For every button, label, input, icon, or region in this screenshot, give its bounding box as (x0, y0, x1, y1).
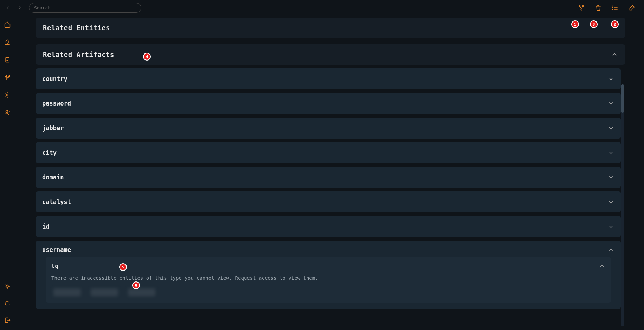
marker-6: 6 (132, 281, 140, 289)
artifact-row-jabber[interactable]: jabber (36, 118, 621, 139)
artifact-label: city (42, 149, 57, 156)
gear-icon[interactable] (4, 91, 11, 99)
svg-rect-8 (8, 75, 10, 76)
artifact-list: country password jabber city domain cata… (36, 68, 625, 309)
top-actions (578, 4, 640, 11)
chevron-down-icon[interactable] (607, 125, 614, 132)
svg-point-4 (613, 7, 613, 8)
home-icon[interactable] (4, 21, 11, 28)
svg-point-12 (6, 285, 9, 288)
artifact-label: id (42, 223, 49, 230)
related-artifacts-section[interactable]: Related Artifacts (36, 44, 625, 65)
chevron-up-icon[interactable] (611, 51, 618, 58)
marker-3: 3 (590, 20, 598, 28)
artifact-row-catalyst[interactable]: catalyst (36, 191, 621, 212)
svg-rect-7 (5, 75, 6, 76)
list-icon[interactable] (612, 4, 619, 11)
artifact-label: password (42, 100, 71, 107)
artifact-row-id[interactable]: id (36, 216, 621, 237)
marker-2: 2 (611, 20, 619, 28)
chevron-up-icon[interactable] (598, 262, 605, 269)
chevron-down-icon[interactable] (607, 198, 614, 205)
blurred-entities (51, 288, 605, 296)
logout-icon[interactable] (4, 317, 11, 324)
related-artifacts-title: Related Artifacts (43, 51, 114, 58)
user-icon[interactable] (4, 109, 11, 116)
svg-point-5 (613, 9, 613, 10)
svg-point-11 (6, 110, 8, 113)
chevron-down-icon[interactable] (607, 174, 614, 181)
svg-point-10 (7, 94, 8, 96)
chevron-up-icon[interactable] (607, 246, 614, 253)
artifact-label: country (42, 75, 67, 82)
graph-icon[interactable] (578, 4, 585, 11)
scrollbar-thumb[interactable] (621, 84, 624, 113)
inaccessible-message: There are inaccessible entities of this … (51, 275, 605, 281)
artifact-label: catalyst (42, 198, 71, 205)
artifact-row-city[interactable]: city (36, 142, 621, 163)
content: Related Entities Related Artifacts count… (15, 15, 644, 330)
theme-icon[interactable] (4, 283, 11, 290)
chevron-down-icon[interactable] (607, 149, 614, 156)
artifact-row-domain[interactable]: domain (36, 167, 621, 188)
artifact-row-password[interactable]: password (36, 93, 621, 114)
bell-icon[interactable] (4, 300, 11, 307)
blurred-item (91, 288, 118, 296)
request-access-link[interactable]: Request access to view them. (235, 275, 318, 281)
svg-rect-6 (6, 57, 9, 62)
sub-label: tg (51, 262, 58, 269)
topbar (0, 0, 644, 15)
pen-icon[interactable] (629, 4, 636, 11)
sidebar (0, 15, 15, 330)
scrollbar[interactable] (621, 84, 624, 326)
related-entities-title: Related Entities (43, 24, 110, 32)
svg-point-2 (581, 9, 582, 10)
artifact-row-country[interactable]: country (36, 68, 621, 89)
marker-5: 5 (119, 263, 127, 271)
related-entities-section[interactable]: Related Entities (36, 18, 625, 38)
edit-icon[interactable] (4, 39, 11, 46)
artifact-label: username (42, 246, 71, 253)
username-sub-tg: tg There are inaccessible entities of th… (46, 257, 611, 303)
chevron-down-icon[interactable] (607, 100, 614, 107)
network-icon[interactable] (4, 74, 11, 81)
chevron-down-icon[interactable] (607, 223, 614, 230)
back-button[interactable] (5, 5, 11, 11)
marker-1: 1 (571, 20, 579, 28)
clipboard-icon[interactable] (4, 56, 11, 63)
search-input[interactable] (29, 3, 141, 13)
svg-point-3 (613, 6, 613, 6)
blurred-item (128, 288, 155, 296)
inaccessible-text: There are inaccessible entities of this … (51, 275, 235, 281)
nav-arrows (5, 5, 22, 11)
marker-4: 4 (143, 53, 151, 61)
artifact-row-username[interactable]: username tg There are inaccessible entit… (36, 241, 621, 309)
forward-button[interactable] (17, 5, 22, 11)
svg-rect-9 (7, 78, 8, 80)
chevron-down-icon[interactable] (607, 75, 614, 82)
trash-icon[interactable] (595, 4, 602, 11)
artifact-label: domain (42, 174, 64, 181)
artifact-label: jabber (42, 125, 64, 132)
blurred-item (53, 288, 81, 296)
